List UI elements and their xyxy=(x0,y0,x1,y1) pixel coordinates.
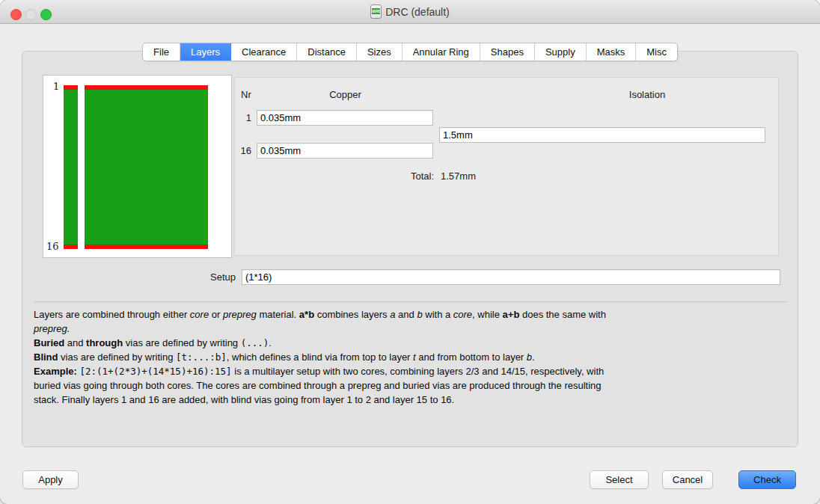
tab-file[interactable]: File xyxy=(143,43,180,61)
brd-file-icon: BRD xyxy=(370,4,382,19)
window-title: DRC (default) xyxy=(385,6,450,18)
tab-shapes[interactable]: Shapes xyxy=(480,43,535,61)
layer-setup-help-text: Layers are combined through either core … xyxy=(34,307,791,407)
tab-misc[interactable]: Misc xyxy=(636,43,677,61)
total-label: Total: xyxy=(344,170,434,182)
tab-distance[interactable]: Distance xyxy=(297,43,357,61)
total-value: 1.57mm xyxy=(441,170,476,182)
column-header-isolation: Isolation xyxy=(561,89,733,100)
column-header-nr: Nr xyxy=(241,89,251,100)
tab-sizes[interactable]: Sizes xyxy=(357,43,403,61)
cancel-button[interactable]: Cancel xyxy=(662,470,713,489)
tab-annular-ring[interactable]: Annular Ring xyxy=(403,43,480,61)
setup-input[interactable] xyxy=(242,269,780,285)
tab-supply[interactable]: Supply xyxy=(535,43,587,61)
setup-label: Setup xyxy=(180,271,236,283)
layer-table-panel xyxy=(234,77,779,256)
divider-line xyxy=(34,301,787,302)
core-material-bar xyxy=(85,90,208,245)
apply-button[interactable]: Apply xyxy=(22,470,79,489)
copper-thickness-layer-16-input[interactable] xyxy=(257,143,433,159)
title-bar: BRD DRC (default) xyxy=(0,0,820,24)
zoom-button[interactable] xyxy=(40,9,52,20)
top-layer-number-label: 1 xyxy=(53,81,59,92)
layer-1-number: 1 xyxy=(232,112,251,123)
check-button[interactable]: Check xyxy=(738,470,796,489)
layer-stack-preview: 1 16 xyxy=(43,75,232,258)
stack-strip-narrow xyxy=(64,85,78,249)
copper-thickness-layer-1-input[interactable] xyxy=(257,110,433,126)
tab-layers[interactable]: Layers xyxy=(180,43,231,61)
isolation-thickness-input[interactable] xyxy=(439,127,765,143)
drc-dialog-window: BRD DRC (default) File Layers Clearance … xyxy=(0,0,820,504)
stack-strip-wide xyxy=(85,85,208,249)
copper-layer-16-bar xyxy=(64,245,78,249)
layer-16-number: 16 xyxy=(232,145,251,156)
tab-masks[interactable]: Masks xyxy=(587,43,637,61)
minimize-button xyxy=(25,9,37,20)
core-material-bar xyxy=(64,90,78,245)
column-header-copper: Copper xyxy=(257,89,434,100)
bottom-layer-number-label: 16 xyxy=(46,241,59,252)
tab-bar: File Layers Clearance Distance Sizes Ann… xyxy=(142,43,678,61)
copper-layer-16-bar xyxy=(85,245,208,249)
select-button[interactable]: Select xyxy=(590,470,649,489)
close-button[interactable] xyxy=(10,9,22,20)
tab-clearance[interactable]: Clearance xyxy=(231,43,297,61)
